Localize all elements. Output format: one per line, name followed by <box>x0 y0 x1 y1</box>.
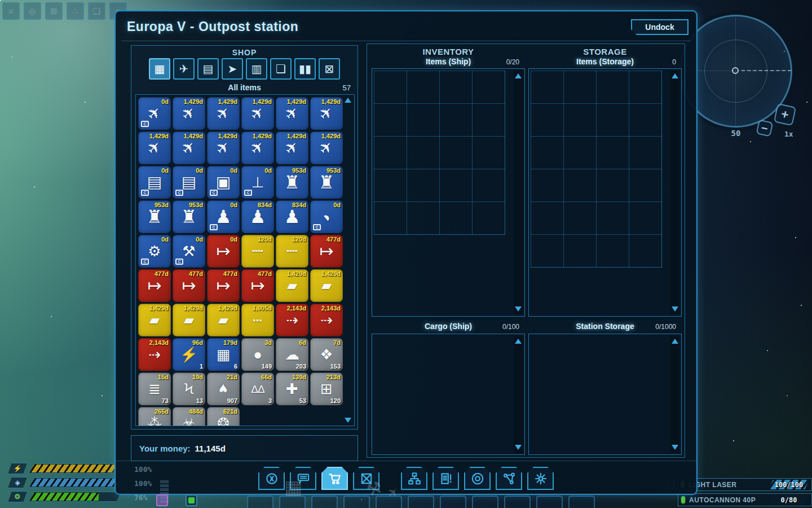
shop-item[interactable]: ▰1,429d <box>173 304 205 336</box>
consumable-slot[interactable] <box>186 494 197 506</box>
shop-item[interactable]: ΔΔ66d3 <box>241 373 274 405</box>
scroll-up-icon[interactable] <box>515 73 522 78</box>
consumable-slot[interactable] <box>156 494 168 506</box>
toolbar-relations-button[interactable] <box>496 467 522 490</box>
inventory-grid[interactable] <box>372 68 525 317</box>
hotbar-slot[interactable] <box>536 496 563 508</box>
shop-item[interactable]: ⚙0dC <box>138 235 171 268</box>
shop-item[interactable]: ⊥0dC <box>241 166 274 199</box>
shop-tab-ships[interactable]: ✈ <box>173 58 195 80</box>
shop-tab-containers[interactable]: ▥ <box>246 58 267 80</box>
hotbar-slot[interactable] <box>472 496 498 508</box>
shop-item[interactable]: ⁂265d <box>138 407 171 426</box>
toolbar-cargo-button[interactable] <box>353 467 379 490</box>
scroll-down-icon[interactable] <box>515 445 522 450</box>
hotbar-slot[interactable] <box>568 496 595 508</box>
scrollbar[interactable] <box>670 336 679 453</box>
shop-item[interactable]: ▰1,429d <box>276 269 308 302</box>
shop-item[interactable]: ✈1,429d <box>173 132 205 164</box>
hotbar-slot[interactable] <box>376 496 402 508</box>
shop-item[interactable]: ♟834d <box>241 200 274 233</box>
shop-item[interactable]: ☣484d <box>173 407 205 426</box>
scroll-up-icon[interactable] <box>515 339 522 344</box>
scrollbar[interactable] <box>514 336 523 453</box>
shop-item[interactable]: ❂621d <box>207 407 240 426</box>
undock-button[interactable]: Undock <box>631 19 689 35</box>
shop-item[interactable]: ●3d149 <box>241 338 274 371</box>
shop-item[interactable]: Ϟ19d13 <box>173 373 205 405</box>
shop-item[interactable]: ↦477d <box>173 269 205 302</box>
shop-item[interactable]: ▰1,429d <box>207 304 240 336</box>
shop-item[interactable]: ⚒0dC <box>173 235 205 268</box>
shop-item[interactable]: ❖7d153 <box>310 338 343 371</box>
shop-item[interactable]: ≣15d73 <box>138 373 171 405</box>
scroll-down-icon[interactable] <box>672 306 678 312</box>
toolbar-modules-button[interactable] <box>527 467 554 490</box>
minimap-zoom-in-button[interactable]: + <box>774 103 796 126</box>
shop-item[interactable]: ♜953d <box>310 166 343 199</box>
toolbar-comms-button[interactable] <box>290 467 316 490</box>
shop-item[interactable]: ✈1,429d <box>173 97 205 130</box>
topbar-button-target[interactable]: ◎ <box>24 2 41 20</box>
shop-item[interactable]: ♜953d <box>138 200 171 233</box>
shop-item[interactable]: ✈1,429d <box>276 132 308 164</box>
shop-item[interactable]: ✈1,429d <box>276 97 308 130</box>
shop-item[interactable]: ♟834d <box>276 200 308 233</box>
shop-item[interactable]: ↦0d <box>207 235 240 268</box>
topbar-button-fleet[interactable]: ∴ <box>67 2 84 20</box>
shop-item[interactable]: ♟0dC <box>207 200 240 233</box>
shop-item[interactable]: ↦477d <box>207 269 240 302</box>
scroll-down-icon[interactable] <box>515 306 522 312</box>
hotbar-slot[interactable] <box>247 496 273 508</box>
shop-item[interactable]: ✈1,429d <box>241 97 274 130</box>
shop-item[interactable]: ◗0dC <box>310 200 343 233</box>
cargo-box[interactable] <box>372 334 525 455</box>
shop-item[interactable]: ⇢2,143d <box>138 338 171 371</box>
shop-item[interactable]: ↦477d <box>310 235 343 268</box>
shop-item[interactable]: ♜953d <box>173 200 205 233</box>
hotbar-slot[interactable] <box>343 496 370 508</box>
shop-tab-all-items[interactable]: ▦ <box>149 58 170 80</box>
toolbar-fleet-button[interactable] <box>401 467 427 490</box>
shop-item[interactable]: ☁6d203 <box>276 338 308 371</box>
shop-item[interactable]: ▰1,429d <box>310 269 343 302</box>
shop-item[interactable]: ♜953d <box>276 166 308 199</box>
topbar-button-log[interactable]: ❏ <box>88 2 105 20</box>
hotbar-slot[interactable] <box>440 496 466 508</box>
shop-tab-ammo[interactable]: ▮▮ <box>294 58 316 80</box>
shop-tab-crates[interactable]: ⊠ <box>319 58 340 80</box>
topbar-button-menu[interactable]: ≡ <box>2 2 20 20</box>
scroll-down-icon[interactable] <box>345 418 351 423</box>
shop-item[interactable]: ♥21d907 <box>207 373 240 405</box>
shop-tab-equipment[interactable]: ❏ <box>270 58 292 80</box>
minimap-zoom-out-button[interactable]: − <box>756 120 774 137</box>
station-storage-box[interactable] <box>528 334 682 455</box>
toolbar-missions-button[interactable] <box>433 467 459 490</box>
shop-item[interactable]: ▣0dC <box>207 166 240 199</box>
shop-tab-weapons[interactable]: ➤ <box>222 58 243 80</box>
hotbar-slot[interactable] <box>311 496 338 508</box>
shop-item[interactable]: ▤0dC <box>173 166 205 199</box>
shop-item[interactable]: ▤0dC <box>138 166 171 199</box>
shop-item[interactable]: ⇢2,143d <box>276 304 308 336</box>
shop-tab-engines[interactable]: ▤ <box>197 58 219 80</box>
topbar-button-cargo[interactable]: ⊠ <box>45 2 63 20</box>
toolbar-credits-button[interactable] <box>258 467 285 490</box>
shop-filter-label[interactable]: All items <box>131 83 358 92</box>
shop-item[interactable]: ▰1,429d <box>138 304 171 336</box>
scroll-up-icon[interactable] <box>672 339 678 344</box>
shop-item[interactable]: ✚139d53 <box>276 373 308 405</box>
shop-item[interactable]: ↦477d <box>241 269 274 302</box>
scrollbar[interactable] <box>514 71 523 314</box>
weapon-row[interactable]: AUTOCANNON 40P 0/80 <box>678 493 812 506</box>
toolbar-shop-button[interactable] <box>321 467 348 490</box>
shop-item[interactable]: ✈1,429d <box>310 132 343 164</box>
shop-item[interactable]: ▦179d6 <box>207 338 240 371</box>
shop-item[interactable]: ✈1,429d <box>207 132 240 164</box>
shop-item[interactable]: ✈0dC <box>138 97 171 130</box>
toolbar-system-map-button[interactable] <box>464 467 491 490</box>
shop-item[interactable]: ╍╍120d <box>241 235 274 268</box>
hotbar-slot[interactable] <box>408 496 434 508</box>
shop-item[interactable]: ⇢2,143d <box>310 304 343 336</box>
scroll-up-icon[interactable] <box>345 98 351 103</box>
